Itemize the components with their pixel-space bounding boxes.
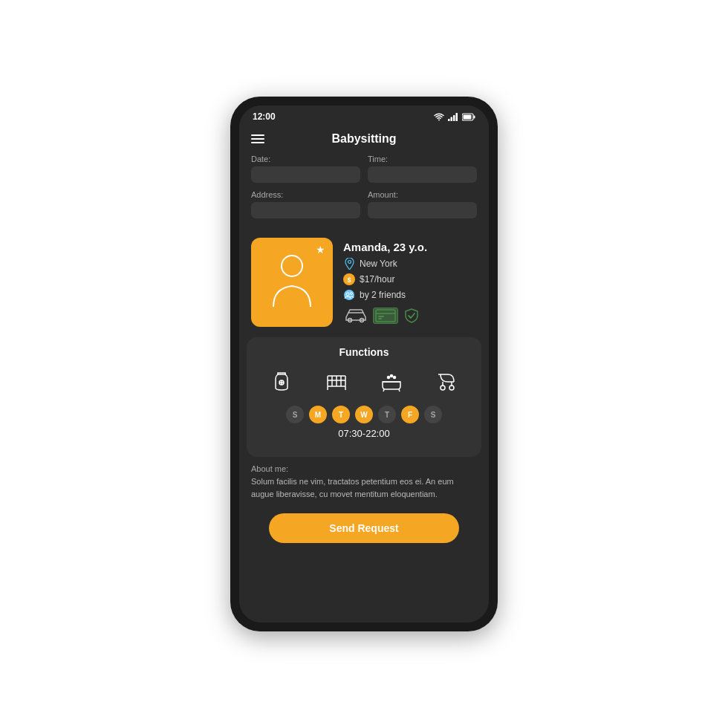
- rate-icon: $: [343, 273, 355, 285]
- battery-icon: [462, 113, 475, 121]
- svg-text:$: $: [347, 276, 351, 284]
- status-icons: [434, 113, 475, 121]
- svg-rect-6: [464, 114, 472, 119]
- svg-point-32: [394, 377, 396, 379]
- date-input[interactable]: [251, 166, 360, 183]
- profile-location: New York: [343, 258, 477, 270]
- location-text: New York: [360, 259, 397, 269]
- app-title: Babysitting: [331, 132, 396, 146]
- time-range: 07:30-22:00: [254, 428, 474, 439]
- svg-rect-5: [474, 115, 475, 118]
- svg-rect-18: [378, 316, 384, 317]
- app-header: Babysitting: [239, 125, 489, 152]
- send-request-button[interactable]: Send Request: [269, 513, 459, 543]
- profile-info: Amanda, 23 y.o. New York: [343, 238, 477, 325]
- date-field-group: Date:: [251, 155, 360, 183]
- avatar-illustration: [266, 251, 318, 314]
- amount-label: Amount:: [368, 190, 477, 199]
- svg-rect-0: [448, 119, 450, 121]
- crib-icon: [322, 367, 351, 397]
- signal-icon: [448, 113, 458, 121]
- day-tuesday: T: [332, 406, 350, 423]
- functions-icons: [254, 367, 474, 397]
- address-field-group: Address:: [251, 190, 360, 218]
- time-field-group: Time:: [368, 155, 477, 183]
- hamburger-menu[interactable]: [251, 134, 264, 143]
- svg-rect-2: [453, 115, 455, 121]
- day-friday: F: [401, 406, 419, 423]
- about-label: About me:: [251, 464, 477, 473]
- amount-input[interactable]: [368, 202, 477, 218]
- wifi-icon: [434, 113, 444, 121]
- location-icon: [343, 258, 355, 270]
- day-monday: M: [309, 406, 327, 423]
- svg-rect-3: [456, 113, 458, 121]
- form-row-1: Date: Time:: [251, 155, 477, 183]
- address-input[interactable]: [251, 202, 360, 218]
- days-row: S M T W T F S: [254, 406, 474, 423]
- day-wednesday: W: [355, 406, 373, 423]
- svg-rect-1: [451, 117, 453, 121]
- bath-icon: [377, 367, 406, 397]
- svg-rect-19: [378, 318, 382, 319]
- screen-content: Babysitting Date: Time: Address:: [239, 125, 489, 623]
- time-label: Time:: [368, 155, 477, 163]
- about-section: About me: Solum facilis ne vim, tractato…: [239, 461, 489, 507]
- address-label: Address:: [251, 190, 360, 199]
- phone-frame: 12:00: [230, 97, 498, 631]
- time-input[interactable]: [368, 166, 477, 183]
- phone-screen: 12:00: [239, 105, 489, 623]
- svg-point-36: [449, 386, 454, 390]
- car-badge: [343, 308, 368, 324]
- status-time: 12:00: [253, 111, 276, 122]
- send-button-wrapper: Send Request: [239, 507, 489, 546]
- day-sunday: S: [286, 406, 304, 423]
- status-bar: 12:00: [239, 105, 489, 125]
- svg-rect-16: [376, 310, 395, 322]
- profile-section: ★ Amanda, 23 y.o.: [239, 232, 489, 333]
- svg-point-8: [348, 261, 351, 264]
- avatar-card: ★: [251, 238, 333, 327]
- svg-point-7: [282, 256, 302, 276]
- profile-name: Amanda, 23 y.o.: [343, 241, 477, 253]
- amount-field-group: Amount:: [368, 190, 477, 218]
- friends-text: by 2 friends: [360, 290, 406, 300]
- about-text: Solum facilis ne vim, tractatos petentiu…: [251, 475, 477, 500]
- day-saturday: S: [424, 406, 442, 423]
- svg-point-31: [391, 375, 393, 377]
- svg-line-34: [399, 389, 400, 391]
- svg-point-35: [441, 386, 445, 390]
- profile-rate: $ $17/hour: [343, 273, 477, 285]
- friends-icon: [343, 289, 355, 301]
- card-badge: [373, 308, 398, 324]
- functions-title: Functions: [254, 346, 474, 358]
- favorite-star: ★: [316, 244, 325, 256]
- date-label: Date:: [251, 155, 360, 163]
- rate-text: $17/hour: [360, 274, 394, 285]
- profile-friends: by 2 friends: [343, 289, 477, 301]
- svg-line-33: [383, 389, 384, 391]
- day-thursday: T: [378, 406, 396, 423]
- stroller-icon: [432, 367, 461, 397]
- bottle-icon: [267, 367, 296, 397]
- shield-badge: [403, 307, 420, 325]
- booking-form: Date: Time: Address: Amount:: [239, 152, 489, 232]
- svg-point-30: [388, 377, 390, 379]
- form-row-2: Address: Amount:: [251, 190, 477, 218]
- functions-section: Functions: [247, 337, 481, 457]
- profile-badges: [343, 307, 477, 325]
